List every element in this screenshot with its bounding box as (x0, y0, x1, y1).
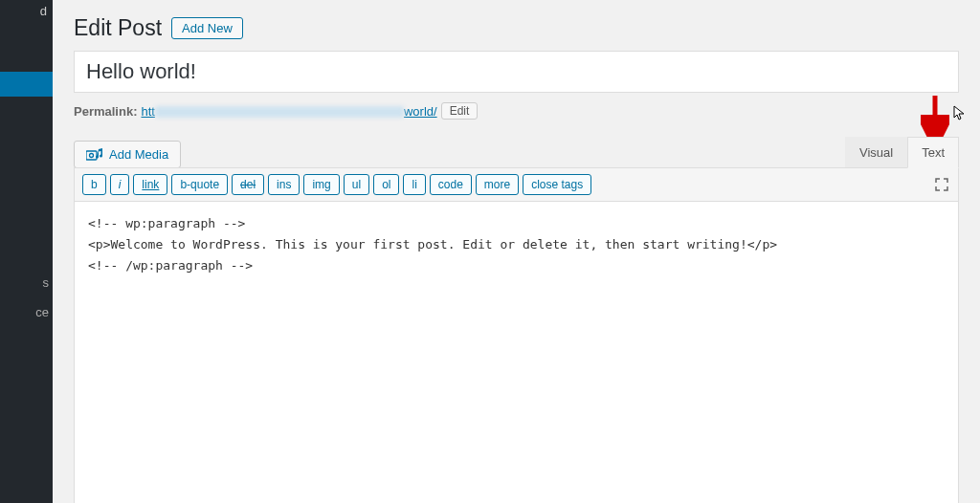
add-media-button[interactable]: Add Media (74, 141, 181, 168)
tab-text[interactable]: Text (907, 137, 959, 168)
main-content: Edit Post Add New Permalink: httworld/ E… (53, 0, 980, 503)
add-new-button[interactable]: Add New (171, 17, 243, 39)
sidebar-item[interactable]: s (0, 268, 53, 297)
editor-tabs: Visual Text (845, 137, 959, 168)
permalink-link[interactable]: httworld/ (141, 104, 436, 119)
qt-bold-button[interactable]: b (82, 174, 106, 195)
quicktags-toolbar: b i link b-quote del ins img ul ol li co… (75, 168, 958, 202)
qt-link-button[interactable]: link (133, 174, 167, 195)
heading-row: Edit Post Add New (74, 15, 959, 41)
sidebar-active-bar (0, 72, 53, 97)
fullscreen-icon[interactable] (933, 176, 950, 193)
svg-point-1 (90, 153, 94, 157)
qt-more-button[interactable]: more (476, 174, 519, 195)
qt-ul-button[interactable]: ul (344, 174, 369, 195)
svg-rect-0 (86, 151, 97, 160)
add-media-label: Add Media (109, 147, 168, 162)
sidebar-item-fragment[interactable]: d (40, 4, 47, 18)
text-editor-textarea[interactable]: <!-- wp:paragraph --> <p>Welcome to Word… (75, 202, 958, 503)
permalink-row: Permalink: httworld/ Edit (74, 102, 959, 120)
page-title: Edit Post (74, 15, 162, 41)
permalink-suffix: world/ (404, 104, 437, 119)
camera-music-icon (86, 148, 103, 162)
sidebar-item[interactable]: ce (0, 297, 53, 327)
admin-sidebar: d s ce (0, 0, 53, 503)
qt-code-button[interactable]: code (430, 174, 472, 195)
editor-toolbar-row: Add Media Visual Text (74, 137, 959, 168)
qt-ins-button[interactable]: ins (268, 174, 300, 195)
permalink-blurred (155, 106, 404, 118)
tab-visual[interactable]: Visual (845, 137, 907, 168)
qt-del-button[interactable]: del (232, 174, 264, 195)
qt-img-button[interactable]: img (303, 174, 339, 195)
permalink-prefix: htt (141, 104, 154, 119)
permalink-label: Permalink: (74, 104, 137, 119)
post-title-input[interactable] (74, 51, 959, 93)
qt-closetags-button[interactable]: close tags (523, 174, 591, 195)
qt-li-button[interactable]: li (403, 174, 425, 195)
editor-wrap: b i link b-quote del ins img ul ol li co… (74, 167, 959, 503)
permalink-edit-button[interactable]: Edit (441, 102, 479, 120)
qt-italic-button[interactable]: i (110, 174, 130, 195)
qt-ol-button[interactable]: ol (373, 174, 399, 195)
qt-blockquote-button[interactable]: b-quote (171, 174, 228, 195)
